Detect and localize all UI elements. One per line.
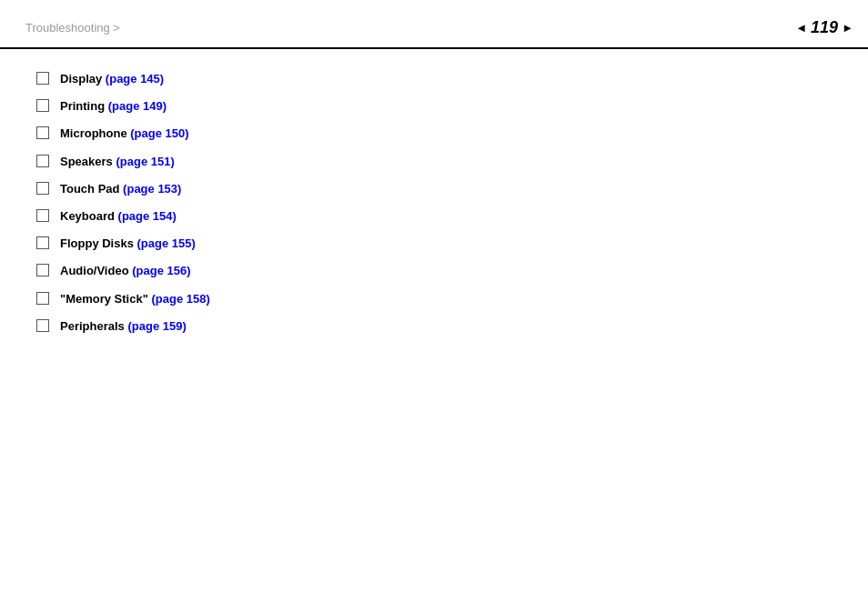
item-text-7: Audio/Video (page 156) <box>60 263 191 279</box>
page-number-container: ◄ 119 ► <box>795 18 853 37</box>
item-label-8: "Memory Stick" <box>60 292 151 306</box>
item-text-1: Printing (page 149) <box>60 98 167 115</box>
item-text-4: Touch Pad (page 153) <box>60 181 181 197</box>
list-item: Audio/Video (page 156) <box>36 263 832 279</box>
list-item: Floppy Disks (page 155) <box>36 236 832 252</box>
list-item: "Memory Stick" (page 158) <box>36 291 832 307</box>
checkbox-icon <box>36 182 49 195</box>
item-label-7: Audio/Video <box>60 264 132 277</box>
item-label-0: Display <box>60 72 106 85</box>
main-content: Display (page 145)Printing (page 149)Mic… <box>0 49 868 367</box>
list-item: Printing (page 149) <box>36 98 832 115</box>
item-label-2: Microphone <box>60 126 130 140</box>
list-item: Peripherals (page 159) <box>36 318 832 335</box>
checkbox-icon <box>36 292 49 305</box>
list-item: Microphone (page 150) <box>36 126 832 142</box>
item-link-8[interactable]: (page 158) <box>151 292 209 306</box>
checkbox-icon <box>36 126 49 139</box>
item-text-9: Peripherals (page 159) <box>60 318 187 335</box>
list-item: Display (page 145) <box>36 71 832 87</box>
page-arrow-right-icon: ► <box>842 21 853 35</box>
checkbox-icon <box>36 264 49 276</box>
item-link-4[interactable]: (page 153) <box>123 182 181 196</box>
items-list: Display (page 145)Printing (page 149)Mic… <box>36 71 832 335</box>
item-label-6: Floppy Disks <box>60 236 137 250</box>
item-text-3: Speakers (page 151) <box>60 154 175 170</box>
list-item: Keyboard (page 154) <box>36 208 832 225</box>
item-label-3: Speakers <box>60 155 116 168</box>
item-link-9[interactable]: (page 159) <box>127 319 186 333</box>
page-arrow-icon: ◄ <box>795 21 807 35</box>
item-label-9: Peripherals <box>60 319 127 333</box>
item-label-1: Printing <box>60 99 108 113</box>
item-link-6[interactable]: (page 155) <box>137 236 196 250</box>
item-link-0[interactable]: (page 145) <box>106 72 164 85</box>
checkbox-icon <box>36 236 49 249</box>
item-link-1[interactable]: (page 149) <box>108 99 167 113</box>
list-item: Touch Pad (page 153) <box>36 181 832 197</box>
checkbox-icon <box>36 72 49 85</box>
item-text-2: Microphone (page 150) <box>60 126 189 142</box>
item-text-6: Floppy Disks (page 155) <box>60 236 196 252</box>
item-label-4: Touch Pad <box>60 182 123 196</box>
page-number: 119 <box>811 18 838 37</box>
item-text-5: Keyboard (page 154) <box>60 208 177 225</box>
breadcrumb: Troubleshooting > <box>25 21 120 35</box>
item-link-5[interactable]: (page 154) <box>118 209 177 223</box>
item-label-5: Keyboard <box>60 209 118 223</box>
checkbox-icon <box>36 155 49 167</box>
item-link-3[interactable]: (page 151) <box>116 155 174 168</box>
item-link-2[interactable]: (page 150) <box>130 126 188 140</box>
checkbox-icon <box>36 319 49 332</box>
checkbox-icon <box>36 99 49 112</box>
item-text-0: Display (page 145) <box>60 71 164 87</box>
item-text-8: "Memory Stick" (page 158) <box>60 291 210 307</box>
item-link-7[interactable]: (page 156) <box>132 264 190 277</box>
list-item: Speakers (page 151) <box>36 154 832 170</box>
checkbox-icon <box>36 209 49 222</box>
page-header: Troubleshooting > ◄ 119 ► <box>0 0 868 47</box>
